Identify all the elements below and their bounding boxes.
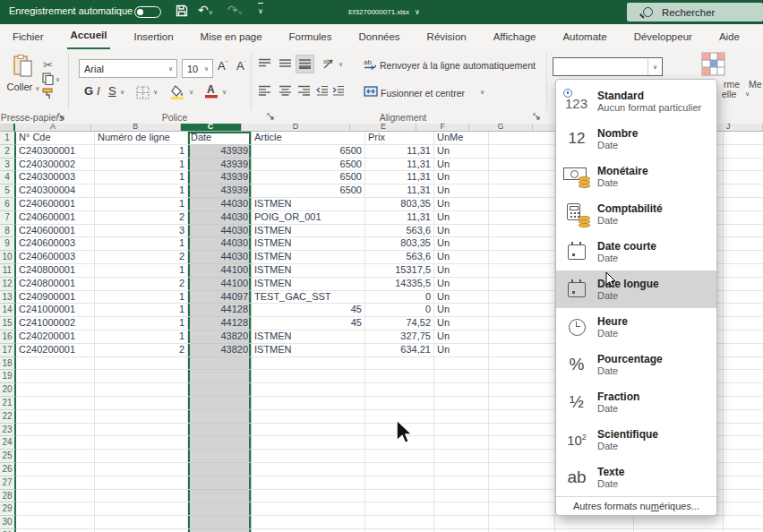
cell-A30[interactable] [16,516,95,529]
cell-D26[interactable] [252,463,365,476]
cell-A15[interactable]: C241000002 [16,317,95,330]
cell-J6[interactable] [724,198,763,211]
cell-J8[interactable] [724,225,763,238]
cell-D9[interactable]: ISTMEN [252,237,365,251]
row-header-6[interactable]: 6 [0,198,16,211]
cell-A13[interactable]: C240900001 [16,291,95,305]
cell-B24[interactable] [95,436,188,450]
cell-E24[interactable] [365,436,434,450]
row-header-29[interactable]: 29 [0,502,16,516]
cell-F1[interactable]: UnMe [434,132,489,145]
cell-D16[interactable]: ISTMEN [252,330,365,344]
cell-F27[interactable] [434,476,489,490]
cell-C14[interactable]: 44128 [188,304,252,317]
cell-E26[interactable] [365,463,434,476]
row-header-30[interactable]: 30 [0,516,16,529]
cell-E30[interactable] [365,516,434,529]
cell-J27[interactable] [724,476,763,490]
align-middle-icon[interactable] [279,58,292,71]
cell-B18[interactable] [95,357,188,371]
font-dialog-launcher-icon[interactable] [267,113,276,122]
cell-E17[interactable]: 634,21 [365,344,434,357]
cell-F11[interactable]: Un [434,264,489,278]
wrap-text-icon[interactable]: ab [364,58,377,72]
cell-C30[interactable] [188,516,252,529]
cell-J13[interactable] [724,291,763,305]
cell-B21[interactable] [95,397,188,410]
cell-B3[interactable]: 1 [95,159,188,172]
cell-C19[interactable] [188,370,252,383]
merge-chevron-icon[interactable]: ∨ [480,89,484,96]
cell-E15[interactable]: 74,52 [365,317,434,330]
cell-C2[interactable]: 43939 [188,145,252,159]
cell-E5[interactable]: 11,31 [365,184,434,198]
cell-G3[interactable] [489,159,555,172]
cell-G6[interactable] [489,198,555,211]
cell-J9[interactable] [724,237,763,251]
cell-F12[interactable]: Un [434,278,489,291]
row-header-2[interactable]: 2 [0,145,16,159]
cell-D17[interactable]: ISTMEN [252,344,365,357]
menu-item-comptabilité[interactable]: ComptabilitéDate [556,195,716,233]
menu-item-monétaire[interactable]: MonétaireDate [556,158,716,195]
cell-G21[interactable] [489,397,555,410]
cell-F25[interactable] [434,450,489,463]
cell-D30[interactable] [252,516,365,529]
cell-F3[interactable]: Un [434,159,489,172]
format-painter-icon[interactable] [42,88,55,102]
cell-G23[interactable] [489,424,555,437]
cell-E25[interactable] [365,450,434,463]
cell-D10[interactable]: ISTMEN [252,251,365,264]
cell-J17[interactable] [724,344,763,357]
cell-J28[interactable] [724,490,763,503]
cell-F2[interactable]: Un [434,145,489,159]
cell-A22[interactable] [16,410,95,424]
cell-F10[interactable]: Un [434,251,489,264]
cell-F22[interactable] [434,410,489,424]
row-header-28[interactable]: 28 [0,490,16,503]
row-header-1[interactable]: 1 [0,132,16,145]
cell-G30[interactable] [489,516,555,529]
row-header-7[interactable]: 7 [0,211,16,225]
cell-G19[interactable] [489,370,555,383]
cell-G11[interactable] [489,264,555,278]
cell-A25[interactable] [16,450,95,463]
cell-G4[interactable] [489,171,555,184]
cell-D5[interactable]: 6500 [252,184,365,198]
cell-C3[interactable]: 43939 [188,159,252,172]
cell-F23[interactable] [434,424,489,437]
copy-icon[interactable] [42,73,54,87]
cell-J7[interactable] [724,211,763,225]
wrap-text-label[interactable]: Renvoyer à la ligne automatiquement [380,60,536,71]
cell-E27[interactable] [365,476,434,490]
cell-J25[interactable] [724,450,763,463]
fill-color-chevron-icon[interactable]: ∨ [189,89,193,96]
align-top-icon[interactable] [258,58,271,71]
cell-B20[interactable] [95,383,188,397]
row-header-24[interactable]: 24 [0,436,16,450]
cell-G10[interactable] [489,251,555,264]
column-header-C[interactable]: C [181,124,242,131]
row-header-8[interactable]: 8 [0,225,16,238]
cell-G18[interactable] [489,357,555,371]
orientation-chevron-icon[interactable]: ∨ [339,61,343,68]
cell-D25[interactable] [252,450,365,463]
cell-G27[interactable] [489,476,555,490]
cell-A9[interactable]: C240600003 [16,237,95,251]
cell-A16[interactable]: C240200001 [16,330,95,344]
cell-F28[interactable] [434,490,489,503]
cell-B2[interactable]: 1 [95,145,188,159]
cell-D14[interactable]: 45 [252,304,365,317]
cell-G20[interactable] [489,383,555,397]
cell-E28[interactable] [365,490,434,503]
cell-G5[interactable] [489,184,555,198]
cell-A20[interactable] [16,383,95,397]
cell-D11[interactable]: ISTMEN [252,264,365,278]
cell-B14[interactable]: 1 [95,304,188,317]
cell-F13[interactable]: Un [434,291,489,305]
cell-E23[interactable] [365,424,434,437]
cell-B7[interactable]: 2 [95,211,188,225]
copy-chevron-icon[interactable]: ∨ [56,76,60,83]
cell-E1[interactable]: Prix [365,132,434,145]
cell-D19[interactable] [252,370,365,383]
